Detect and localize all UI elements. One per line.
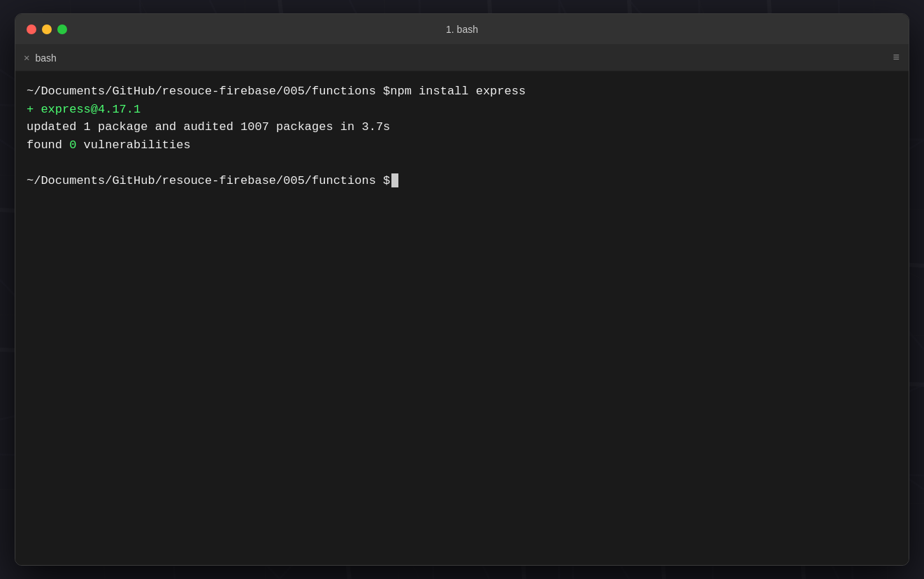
title-bar: 1. bash xyxy=(15,14,909,45)
tab-close-icon[interactable]: ✕ xyxy=(24,52,29,64)
terminal-window: 1. bash ✕ bash ≡ ~/Documents/GitHub/reso… xyxy=(15,13,909,566)
terminal-line-success: + express@4.17.1 xyxy=(27,101,897,119)
terminal-line-updated: updated 1 package and audited 1007 packa… xyxy=(27,118,897,136)
zero-count: 0 xyxy=(69,138,76,152)
minimize-button[interactable] xyxy=(42,24,52,34)
hamburger-icon[interactable]: ≡ xyxy=(893,52,900,64)
close-button[interactable] xyxy=(27,24,36,34)
terminal-line-empty xyxy=(27,154,897,172)
terminal-body[interactable]: ~/Documents/GitHub/resouce-firebase/005/… xyxy=(15,71,909,565)
tab-label: bash xyxy=(35,52,56,64)
window-title: 1. bash xyxy=(446,24,478,35)
terminal-cursor xyxy=(391,173,398,187)
tab-bar: ✕ bash ≡ xyxy=(15,45,909,71)
traffic-lights xyxy=(27,24,67,34)
terminal-line-prompt: ~/Documents/GitHub/resouce-firebase/005/… xyxy=(27,172,897,190)
terminal-line-found: found 0 vulnerabilities xyxy=(27,136,897,155)
terminal-line-command: ~/Documents/GitHub/resouce-firebase/005/… xyxy=(27,83,897,101)
maximize-button[interactable] xyxy=(57,24,67,34)
